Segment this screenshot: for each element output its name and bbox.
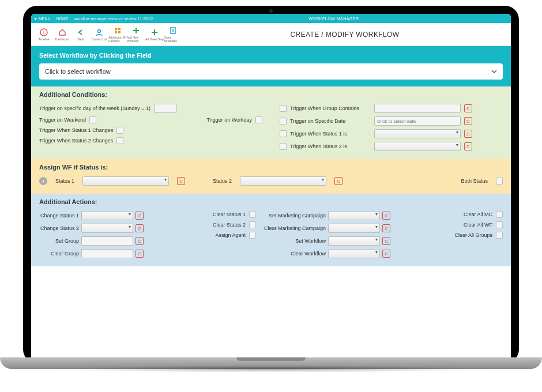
clear-status1-btn[interactable]: C [177,177,185,185]
action-select[interactable] [328,249,380,258]
assign-heading: Assign WF if Status is: [39,164,503,171]
cond-checkbox[interactable] [280,130,287,137]
cond-checkbox[interactable] [89,116,96,123]
both-status-label: Both Status [461,178,488,184]
select-workflow-section: Select Workflow by Clicking the Field Cl… [31,46,511,86]
tool-add-action-all-contacts[interactable]: Add Action All Contacts [108,27,127,43]
status1-select[interactable] [82,176,169,186]
tool-add-new-step[interactable]: Add New Step [145,27,164,43]
clear-btn[interactable]: C [136,224,144,232]
svg-rect-5 [115,31,117,33]
svg-rect-4 [118,28,121,30]
clear-btn[interactable]: C [382,237,390,245]
cond-checkbox[interactable] [280,105,287,112]
conditions-heading: Additional Conditions: [39,91,503,98]
cond-select[interactable] [374,129,461,138]
status2-label: Status 2 [213,178,232,184]
laptop-base [0,357,542,369]
tool-dashboard[interactable]: Dashboard [53,27,71,43]
action-select[interactable] [328,224,380,233]
action-select[interactable] [81,224,133,233]
cond-input[interactable] [154,104,177,113]
actions-heading: Additional Actions: [39,198,503,205]
cond-text[interactable] [374,104,461,113]
clear-btn[interactable]: C [136,212,144,220]
tool-go-to-templates[interactable]: Go to Templates [164,27,182,43]
svg-text:i: i [43,29,44,35]
cond-checkbox[interactable] [116,137,123,144]
action-checkbox[interactable] [496,232,503,239]
assign-section: Assign WF if Status is: i Status 1 C Sta… [31,159,511,194]
action-select[interactable] [328,236,380,246]
menu-button[interactable]: ▼ MENU [33,17,51,21]
action-text[interactable] [81,236,133,246]
clear-btn[interactable]: C [464,130,472,138]
action-checkbox[interactable] [249,221,256,228]
status2-select[interactable] [240,176,326,186]
both-status-checkbox[interactable] [496,178,503,184]
action-checkbox[interactable] [496,221,503,228]
tool-contact-list[interactable]: Contact List [90,27,108,43]
laptop-camera [269,9,273,13]
actions-section: Additional Actions: Change Status 1CChan… [31,194,511,266]
action-select[interactable] [81,211,133,220]
action-checkbox[interactable] [496,211,503,218]
clear-btn[interactable]: C [136,250,144,258]
clear-btn[interactable]: C [382,224,390,232]
clear-btn[interactable]: C [464,142,472,150]
clear-btn[interactable]: C [464,104,472,112]
chevron-down-icon [491,69,497,74]
conditions-section: Additional Conditions: Trigger on specif… [31,86,511,159]
toolbar: iTimelineDashboardBackContact ListAdd Ac… [31,23,511,46]
svg-point-2 [98,29,101,32]
cond-text[interactable] [374,116,461,126]
clear-btn[interactable]: C [382,212,390,220]
cond-checkbox[interactable] [280,143,287,150]
cond-select[interactable] [374,142,461,151]
svg-rect-6 [118,31,121,33]
workflow-select[interactable]: Click to select workflow [39,63,503,80]
action-text[interactable] [81,249,133,258]
info-icon[interactable]: i [39,177,47,185]
status-text: workflow manager demo on review 11:30:15 [74,17,153,21]
tool-timeline[interactable]: iTimeline [35,27,53,43]
app-screen: ▼ MENU HOME workflow manager demo on rev… [31,14,511,363]
clear-btn[interactable]: C [464,117,472,125]
action-checkbox[interactable] [249,232,256,239]
select-workflow-heading: Select Workflow by Clicking the Field [39,52,503,59]
action-select[interactable] [328,211,380,220]
clear-btn[interactable]: C [136,237,144,245]
cond-checkbox[interactable] [116,127,123,134]
clear-status2-btn[interactable]: C [334,177,342,185]
app-topbar: ▼ MENU HOME workflow manager demo on rev… [31,14,511,23]
app-title: WORKFLOW MANAGER [308,17,359,21]
tool-back[interactable]: Back [71,27,90,43]
home-link[interactable]: HOME [57,17,69,21]
cond-checkbox[interactable] [255,116,262,123]
svg-rect-3 [115,28,117,30]
page-title: CREATE / MODIFY WORKFLOW [182,31,507,39]
action-checkbox[interactable] [249,211,256,218]
workflow-select-placeholder: Click to select workflow [45,68,111,75]
status1-label: Status 1 [55,178,74,184]
tool-add-new-workflow[interactable]: Add New Workflow [127,27,145,43]
clear-btn[interactable]: C [382,250,390,258]
cond-checkbox[interactable] [280,118,287,125]
